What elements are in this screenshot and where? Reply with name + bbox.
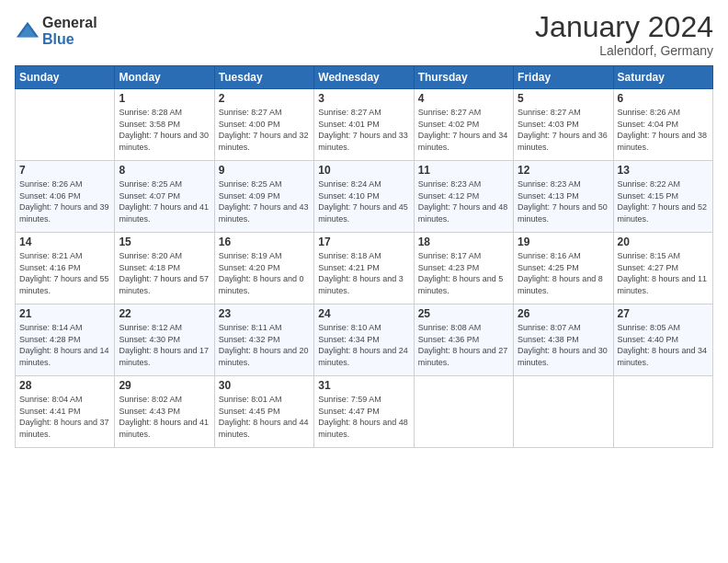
day-cell: 26Sunrise: 8:07 AMSunset: 4:38 PMDayligh… [514, 304, 613, 376]
day-cell: 4Sunrise: 8:27 AMSunset: 4:02 PMDaylight… [414, 89, 513, 161]
day-info: Sunrise: 8:07 AMSunset: 4:38 PMDaylight:… [518, 322, 609, 368]
day-cell [414, 376, 513, 448]
day-info: Sunrise: 8:12 AMSunset: 4:30 PMDaylight:… [119, 322, 210, 368]
day-cell: 7Sunrise: 8:26 AMSunset: 4:06 PMDaylight… [16, 161, 115, 233]
day-info: Sunrise: 8:25 AMSunset: 4:07 PMDaylight:… [119, 178, 210, 224]
day-info: Sunrise: 8:10 AMSunset: 4:34 PMDaylight:… [318, 322, 409, 368]
logo-icon [15, 18, 40, 44]
logo: General Blue [15, 15, 97, 47]
day-info: Sunrise: 7:59 AMSunset: 4:47 PMDaylight:… [318, 394, 409, 440]
col-saturday: Saturday [613, 66, 712, 89]
week-row-3: 14Sunrise: 8:21 AMSunset: 4:16 PMDayligh… [16, 233, 713, 304]
day-cell: 22Sunrise: 8:12 AMSunset: 4:30 PMDayligh… [115, 304, 214, 376]
day-number: 19 [518, 236, 609, 248]
col-thursday: Thursday [414, 66, 513, 89]
day-number: 22 [119, 307, 210, 320]
day-info: Sunrise: 8:27 AMSunset: 4:02 PMDaylight:… [418, 107, 509, 153]
title-block: January 2024 Lalendorf, Germany [535, 11, 713, 58]
logo-blue-text: Blue [42, 31, 97, 48]
day-cell: 15Sunrise: 8:20 AMSunset: 4:18 PMDayligh… [115, 233, 214, 304]
day-number: 5 [518, 92, 609, 105]
day-cell: 19Sunrise: 8:16 AMSunset: 4:25 PMDayligh… [514, 233, 613, 304]
day-number: 4 [418, 92, 509, 105]
day-info: Sunrise: 8:26 AMSunset: 4:06 PMDaylight:… [19, 178, 110, 224]
day-number: 3 [318, 92, 409, 105]
day-info: Sunrise: 8:05 AMSunset: 4:40 PMDaylight:… [618, 322, 709, 368]
day-cell: 6Sunrise: 8:26 AMSunset: 4:04 PMDaylight… [613, 89, 712, 161]
day-cell: 18Sunrise: 8:17 AMSunset: 4:23 PMDayligh… [414, 233, 513, 304]
day-cell: 14Sunrise: 8:21 AMSunset: 4:16 PMDayligh… [16, 233, 115, 304]
day-cell: 29Sunrise: 8:02 AMSunset: 4:43 PMDayligh… [115, 376, 214, 448]
day-number: 10 [318, 164, 409, 177]
day-cell: 17Sunrise: 8:18 AMSunset: 4:21 PMDayligh… [314, 233, 414, 304]
day-number: 28 [19, 379, 110, 392]
day-number: 31 [318, 379, 409, 392]
week-row-1: 1Sunrise: 8:28 AMSunset: 3:58 PMDaylight… [16, 89, 713, 161]
day-number: 24 [318, 307, 409, 320]
day-number: 1 [119, 92, 210, 105]
day-cell: 12Sunrise: 8:23 AMSunset: 4:13 PMDayligh… [514, 161, 613, 233]
header: General Blue January 2024 Lalendorf, Ger… [15, 11, 713, 58]
day-info: Sunrise: 8:11 AMSunset: 4:32 PMDaylight:… [219, 322, 310, 368]
day-info: Sunrise: 8:14 AMSunset: 4:28 PMDaylight:… [19, 322, 110, 368]
day-cell: 1Sunrise: 8:28 AMSunset: 3:58 PMDaylight… [115, 89, 214, 161]
day-info: Sunrise: 8:01 AMSunset: 4:45 PMDaylight:… [219, 394, 310, 440]
day-cell [514, 376, 613, 448]
day-cell: 28Sunrise: 8:04 AMSunset: 4:41 PMDayligh… [16, 376, 115, 448]
day-info: Sunrise: 8:23 AMSunset: 4:12 PMDaylight:… [418, 178, 509, 224]
day-info: Sunrise: 8:27 AMSunset: 4:03 PMDaylight:… [518, 107, 609, 153]
day-number: 14 [19, 236, 110, 248]
day-info: Sunrise: 8:17 AMSunset: 4:23 PMDaylight:… [418, 250, 509, 296]
day-cell: 8Sunrise: 8:25 AMSunset: 4:07 PMDaylight… [115, 161, 214, 233]
day-number: 30 [219, 379, 310, 392]
day-number: 25 [418, 307, 509, 320]
day-number: 23 [219, 307, 310, 320]
day-info: Sunrise: 8:27 AMSunset: 4:01 PMDaylight:… [318, 107, 409, 153]
day-number: 17 [318, 236, 409, 248]
day-cell: 2Sunrise: 8:27 AMSunset: 4:00 PMDaylight… [214, 89, 313, 161]
logo-text: General Blue [42, 15, 97, 47]
day-info: Sunrise: 8:28 AMSunset: 3:58 PMDaylight:… [119, 107, 210, 153]
calendar-header-row: Sunday Monday Tuesday Wednesday Thursday… [16, 66, 713, 89]
location-subtitle: Lalendorf, Germany [535, 43, 713, 58]
col-monday: Monday [115, 66, 214, 89]
day-cell: 25Sunrise: 8:08 AMSunset: 4:36 PMDayligh… [414, 304, 513, 376]
day-info: Sunrise: 8:20 AMSunset: 4:18 PMDaylight:… [119, 250, 210, 296]
day-number: 6 [618, 92, 709, 105]
day-number: 13 [618, 164, 709, 177]
col-tuesday: Tuesday [214, 66, 313, 89]
day-cell: 13Sunrise: 8:22 AMSunset: 4:15 PMDayligh… [613, 161, 712, 233]
day-info: Sunrise: 8:08 AMSunset: 4:36 PMDaylight:… [418, 322, 509, 368]
day-info: Sunrise: 8:23 AMSunset: 4:13 PMDaylight:… [518, 178, 609, 224]
day-info: Sunrise: 8:25 AMSunset: 4:09 PMDaylight:… [219, 178, 310, 224]
day-cell: 23Sunrise: 8:11 AMSunset: 4:32 PMDayligh… [214, 304, 313, 376]
day-number: 11 [418, 164, 509, 177]
month-title: January 2024 [535, 11, 713, 43]
week-row-4: 21Sunrise: 8:14 AMSunset: 4:28 PMDayligh… [16, 304, 713, 376]
day-number: 27 [618, 307, 709, 320]
day-cell: 20Sunrise: 8:15 AMSunset: 4:27 PMDayligh… [613, 233, 712, 304]
day-number: 15 [119, 236, 210, 248]
day-number: 2 [219, 92, 310, 105]
day-cell: 21Sunrise: 8:14 AMSunset: 4:28 PMDayligh… [16, 304, 115, 376]
day-number: 18 [418, 236, 509, 248]
page: General Blue January 2024 Lalendorf, Ger… [0, 0, 728, 563]
day-info: Sunrise: 8:16 AMSunset: 4:25 PMDaylight:… [518, 250, 609, 296]
day-info: Sunrise: 8:18 AMSunset: 4:21 PMDaylight:… [318, 250, 409, 296]
day-info: Sunrise: 8:15 AMSunset: 4:27 PMDaylight:… [618, 250, 709, 296]
day-cell: 27Sunrise: 8:05 AMSunset: 4:40 PMDayligh… [613, 304, 712, 376]
day-cell: 30Sunrise: 8:01 AMSunset: 4:45 PMDayligh… [214, 376, 313, 448]
day-number: 21 [19, 307, 110, 320]
calendar-table: Sunday Monday Tuesday Wednesday Thursday… [15, 65, 713, 448]
day-cell: 9Sunrise: 8:25 AMSunset: 4:09 PMDaylight… [214, 161, 313, 233]
day-cell: 5Sunrise: 8:27 AMSunset: 4:03 PMDaylight… [514, 89, 613, 161]
day-cell: 16Sunrise: 8:19 AMSunset: 4:20 PMDayligh… [214, 233, 313, 304]
day-cell [613, 376, 712, 448]
week-row-5: 28Sunrise: 8:04 AMSunset: 4:41 PMDayligh… [16, 376, 713, 448]
day-info: Sunrise: 8:04 AMSunset: 4:41 PMDaylight:… [19, 394, 110, 440]
day-number: 7 [19, 164, 110, 177]
day-number: 20 [618, 236, 709, 248]
day-cell [16, 89, 115, 161]
logo-general-text: General [42, 15, 97, 31]
day-info: Sunrise: 8:19 AMSunset: 4:20 PMDaylight:… [219, 250, 310, 296]
